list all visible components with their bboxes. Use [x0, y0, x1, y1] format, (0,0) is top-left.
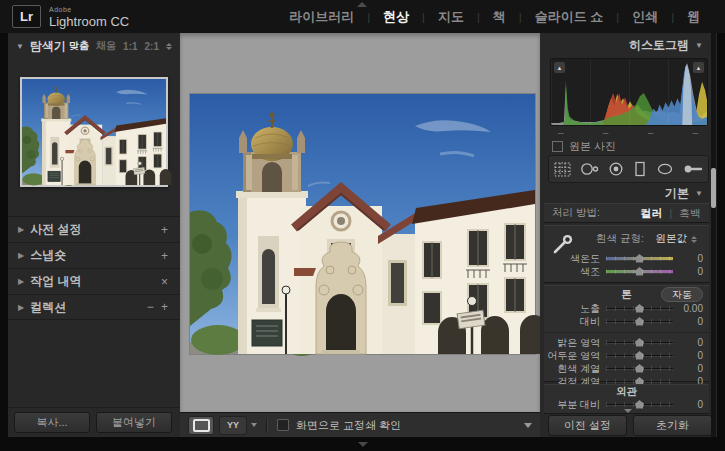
crop-overlay-icon[interactable] — [554, 162, 571, 177]
navigator-preview[interactable] — [20, 77, 168, 187]
toolbar-options-dropdown-icon[interactable] — [524, 423, 532, 428]
module-map[interactable]: 지도 — [425, 8, 477, 26]
reset-button[interactable]: 초기화 — [633, 415, 712, 436]
slider-shadows[interactable]: 어두운 영역 0 — [544, 349, 709, 362]
slider-highlights[interactable]: 밝은 영역 0 — [544, 336, 709, 349]
right-panel-scrollbar[interactable] — [711, 33, 716, 437]
module-book[interactable]: 책 — [480, 8, 519, 26]
loupe-view-button[interactable] — [188, 416, 214, 435]
histogram-header[interactable]: 히스토그램 ▼ — [629, 37, 703, 54]
slider-track[interactable] — [606, 318, 673, 325]
before-after-button[interactable]: YY — [219, 416, 247, 435]
slider-knob[interactable] — [635, 338, 644, 347]
slider-knob[interactable] — [635, 364, 644, 373]
histogram[interactable]: ▲ ▲ — [550, 58, 708, 126]
adjustment-brush-icon[interactable] — [683, 163, 703, 175]
lr-logo-icon: Lr — [12, 5, 41, 28]
collection-add-remove-icons[interactable]: − + — [147, 300, 170, 314]
slider-track[interactable] — [606, 401, 673, 408]
left-panel-sections: ▶ 사전 설정 + ▶ 스냅숏 + ▶ 작업 내역 × ▶ 컬렉션 − + — [8, 216, 180, 320]
navigator-header[interactable]: ▼ 탐색기 맞춤 채움 1:1 2:1 — [8, 37, 180, 55]
slider-track[interactable] — [606, 268, 673, 275]
left-panel-footer: 복사... 붙여넣기 — [8, 407, 180, 433]
slider-knob[interactable] — [635, 267, 644, 276]
panel-scroll-indicator-icon[interactable] — [624, 409, 632, 413]
graduated-filter-icon[interactable] — [633, 161, 647, 177]
auto-tone-button[interactable]: 자동 — [661, 287, 703, 302]
collapse-triangle-icon[interactable]: ▼ — [16, 42, 24, 51]
zoom-selector-icon[interactable] — [166, 43, 172, 50]
slider-track[interactable] — [606, 352, 673, 359]
photo-canvas[interactable] — [180, 33, 540, 412]
section-collections[interactable]: ▶ 컬렉션 − + — [8, 294, 180, 320]
slider-knob[interactable] — [635, 317, 644, 326]
slider-track[interactable] — [606, 255, 673, 262]
shutter-placeholder: – — [692, 127, 698, 138]
zoom-fit[interactable]: 맞춤 — [69, 39, 89, 53]
paste-button[interactable]: 붙여넣기 — [96, 412, 172, 433]
process-divider: | — [669, 208, 672, 219]
slider-knob[interactable] — [635, 304, 644, 313]
slider-contrast[interactable]: 대비 0 — [544, 315, 709, 328]
slider-knob[interactable] — [635, 254, 644, 263]
softproof-checkbox[interactable] — [277, 419, 289, 431]
wb-value-dropdown[interactable]: 원본값 — [656, 232, 698, 246]
module-slideshow[interactable]: 슬라이드 쇼 — [522, 8, 617, 26]
module-library[interactable]: 라이브러리 — [276, 8, 367, 26]
radial-filter-icon[interactable] — [656, 162, 674, 176]
zoom-1-1[interactable]: 1:1 — [123, 41, 137, 52]
process-color-option[interactable]: 컬러 — [640, 206, 662, 221]
left-edge-strip[interactable] — [0, 33, 8, 437]
slider-knob[interactable] — [635, 400, 644, 409]
highlight-clipping-button[interactable]: ▲ — [693, 62, 704, 73]
white-balance-selector[interactable]: 흰색 균형: 원본값 — [596, 232, 697, 246]
red-eye-icon[interactable] — [608, 161, 624, 177]
disclosure-triangle-icon[interactable]: ▶ — [18, 277, 24, 286]
copy-button[interactable]: 복사... — [14, 412, 90, 433]
tone-group: 톤 자동 노출 0.00 대비 0 밝은 영역 0 어두운 영역 — [544, 285, 709, 382]
slider-knob[interactable] — [635, 351, 644, 360]
slider-label: 대비 — [544, 315, 600, 329]
presence-title: 외관 — [616, 385, 637, 399]
module-develop[interactable]: 현상 — [370, 8, 422, 26]
scrollbar-thumb[interactable] — [711, 168, 716, 208]
main-photo[interactable] — [190, 94, 535, 354]
disclosure-triangle-icon[interactable]: ▶ — [18, 225, 24, 234]
section-presets[interactable]: ▶ 사전 설정 + — [8, 216, 180, 242]
slider-track[interactable] — [606, 365, 673, 372]
before-after-dropdown-icon[interactable] — [251, 423, 257, 427]
section-snapshots[interactable]: ▶ 스냅숏 + — [8, 242, 180, 268]
slider-track[interactable] — [606, 339, 673, 346]
zoom-fill[interactable]: 채움 — [96, 39, 116, 53]
slider-knob[interactable] — [635, 413, 644, 414]
slider-exposure[interactable]: 노출 0.00 — [544, 302, 709, 315]
wb-dropdown-icon — [691, 236, 697, 243]
disclosure-triangle-icon[interactable]: ▶ — [18, 303, 24, 312]
disclosure-triangle-icon[interactable]: ▶ — [18, 251, 24, 260]
module-print[interactable]: 인쇄 — [619, 8, 671, 26]
slider-whites[interactable]: 흰색 계열 0 — [544, 362, 709, 375]
shadow-clipping-button[interactable]: ▲ — [554, 62, 565, 73]
clear-history-icon[interactable]: × — [161, 275, 170, 289]
basic-panel-header[interactable]: 기본 ▼ — [665, 185, 703, 202]
original-photo-checkbox[interactable] — [552, 141, 563, 152]
slider-temp[interactable]: 색온도 0 — [544, 252, 709, 265]
spot-removal-icon[interactable] — [580, 161, 599, 177]
previous-settings-button[interactable]: 이전 설정 — [548, 415, 627, 436]
process-bw-option[interactable]: 흑백 — [679, 206, 701, 221]
softproof-label: 화면으로 교정쇄 확인 — [296, 418, 401, 433]
zoom-2-1[interactable]: 2:1 — [145, 41, 159, 52]
slider-track[interactable] — [606, 305, 673, 312]
slider-label: 노출 — [544, 302, 600, 316]
top-bar: Lr Adobe Lightroom CC 라이브러리| 현상| 지도| 책| … — [0, 0, 725, 34]
add-snapshot-icon[interactable]: + — [161, 249, 170, 263]
slider-tint[interactable]: 색조 0 — [544, 265, 709, 278]
section-history[interactable]: ▶ 작업 내역 × — [8, 268, 180, 294]
tool-strip — [548, 155, 709, 183]
module-web[interactable]: 웹 — [674, 8, 713, 26]
slider-value: 0 — [679, 412, 703, 414]
slider-value: 0 — [679, 350, 703, 361]
filmstrip-collapse-icon[interactable] — [358, 442, 368, 447]
right-edge-strip[interactable] — [717, 33, 725, 437]
add-preset-icon[interactable]: + — [161, 223, 170, 237]
